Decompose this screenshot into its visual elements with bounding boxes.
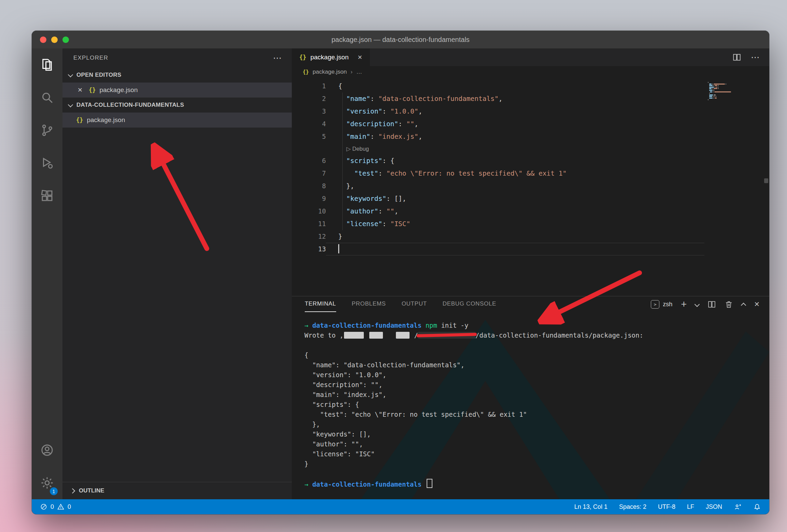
status-item-json[interactable]: JSON (706, 503, 722, 511)
warning-count: 0 (68, 503, 71, 511)
settings-badge: 1 (50, 487, 58, 495)
feedback-icon[interactable] (734, 503, 742, 511)
open-editor-item[interactable]: ✕ {} package.json (62, 83, 292, 98)
new-terminal-icon[interactable]: + (681, 301, 687, 308)
terminal-line: "license": "ISC" (304, 449, 769, 459)
files-icon (40, 58, 54, 72)
terminal[interactable]: → data-collection-fundamentals npm init … (292, 312, 769, 500)
json-icon: {} (299, 54, 306, 61)
panel-tab-output[interactable]: OUTPUT (402, 296, 427, 312)
folder-label: DATA-COLLECTION-FUNDAMENTALS (76, 102, 184, 108)
split-editor-icon[interactable] (732, 53, 741, 62)
status-item-lf[interactable]: LF (687, 503, 694, 511)
terminal-line: } (304, 459, 769, 469)
bell-icon[interactable] (753, 503, 761, 511)
terminal-line (304, 340, 769, 350)
split-terminal-icon[interactable] (707, 300, 716, 309)
chevron-right-icon (70, 488, 75, 493)
close-tab-icon[interactable]: ✕ (357, 54, 362, 61)
activity-bar: 1 (32, 48, 62, 499)
more-actions-icon[interactable]: ⋯ (273, 56, 282, 60)
breadcrumb[interactable]: {} package.json › … (292, 66, 769, 78)
terminal-cursor (427, 479, 432, 488)
tab-package-json[interactable]: {} package.json ✕ (292, 48, 370, 66)
traffic-lights (40, 36, 69, 43)
panel-tab-debug-console[interactable]: DEBUG CONSOLE (443, 296, 496, 312)
editor-cursor (338, 244, 339, 253)
codelens[interactable]: ▷ Debug (292, 143, 769, 154)
window-title: package.json — data-collection-fundament… (32, 36, 769, 44)
error-count: 0 (51, 503, 54, 511)
extensions-icon (40, 189, 54, 203)
activity-settings[interactable]: 1 (32, 467, 62, 499)
code-editor[interactable]: 1{2 "name": "data-collection-fundamental… (292, 78, 769, 296)
code-line: 6 "scripts": { (292, 154, 769, 167)
close-window-button[interactable] (40, 36, 46, 43)
minimap[interactable] (708, 82, 762, 102)
activity-run-debug[interactable] (32, 147, 62, 179)
code-line: 5 "main": "index.js", (292, 130, 769, 143)
tree-item-filename: package.json (87, 116, 125, 124)
vscode-window: package.json — data-collection-fundament… (32, 31, 769, 514)
open-editors-header[interactable]: OPEN EDITORS (62, 68, 292, 83)
panel-tab-terminal[interactable]: TERMINAL (305, 296, 336, 312)
terminal-line: "test": "echo \"Error: no test specified… (304, 410, 769, 419)
terminal-line (304, 469, 769, 479)
chevron-down-icon (68, 102, 73, 107)
panel-tabs: TERMINALPROBLEMSOUTPUTDEBUG CONSOLE (305, 296, 496, 312)
code-line: 12} (292, 230, 769, 243)
code-line: 4 "description": "", (292, 118, 769, 130)
tree-item-package-json[interactable]: {} package.json (62, 113, 292, 128)
outline-section-header[interactable]: OUTLINE (62, 482, 292, 499)
breadcrumb-symbol[interactable]: … (356, 69, 362, 75)
terminal-profile-selector[interactable]: > zsh (651, 300, 672, 309)
minimize-window-button[interactable] (51, 36, 58, 43)
terminal-line: "keywords": [], (304, 429, 769, 439)
terminal-line: "name": "data-collection-fundamentals", (304, 360, 769, 370)
panel-tab-problems[interactable]: PROBLEMS (352, 296, 386, 312)
maximize-panel-icon[interactable] (741, 302, 746, 308)
explorer-sidebar: EXPLORER ⋯ OPEN EDITORS ✕ {} package.jso… (62, 48, 292, 499)
activity-search[interactable] (32, 81, 62, 114)
terminal-line: "author": "", (304, 439, 769, 449)
editor-group: {} package.json ✕ ⋯ {} pac (292, 48, 769, 296)
activity-source-control[interactable] (32, 114, 62, 147)
code-lines: 1{2 "name": "data-collection-fundamental… (292, 80, 769, 255)
close-panel-icon[interactable]: ✕ (754, 300, 760, 308)
scrollbar-thumb[interactable] (764, 178, 768, 183)
source-control-icon (40, 123, 54, 137)
json-icon: {} (76, 117, 83, 123)
editor-more-actions-icon[interactable]: ⋯ (751, 56, 760, 59)
tab-bar: {} package.json ✕ ⋯ (292, 48, 769, 66)
terminal-icon: > (651, 300, 659, 309)
code-line: 13 (292, 243, 769, 255)
redaction-box (344, 332, 364, 339)
kill-terminal-icon[interactable] (725, 300, 733, 309)
activity-explorer[interactable] (32, 48, 62, 81)
run-debug-icon (40, 156, 54, 170)
close-icon[interactable]: ✕ (77, 86, 85, 94)
status-item-utf-8[interactable]: UTF-8 (658, 503, 675, 511)
terminal-lines: → data-collection-fundamentals npm init … (304, 321, 769, 489)
code-line: 3 "version": "1.0.0", (292, 105, 769, 118)
sidebar-title: EXPLORER (73, 55, 108, 61)
status-item-ln-13-col-1[interactable]: Ln 13, Col 1 (574, 503, 607, 511)
breadcrumb-file[interactable]: package.json (313, 69, 347, 75)
outline-label: OUTLINE (79, 487, 104, 494)
error-icon (40, 503, 47, 511)
activity-extensions[interactable] (32, 179, 62, 212)
launch-profile-chevron-icon[interactable] (695, 301, 700, 307)
breadcrumb-separator: › (350, 69, 353, 75)
search-icon (40, 90, 54, 105)
code-line: 9 "keywords": [], (292, 192, 769, 205)
redaction-box (369, 332, 383, 339)
shell-label: zsh (663, 301, 672, 308)
status-right-items: Ln 13, Col 1Spaces: 2UTF-8LFJSON (574, 503, 722, 511)
problems-indicator[interactable]: 0 0 (40, 503, 71, 511)
titlebar[interactable]: package.json — data-collection-fundament… (32, 31, 769, 48)
zoom-window-button[interactable] (62, 36, 69, 43)
status-item-spaces-2[interactable]: Spaces: 2 (619, 503, 646, 511)
panel-header: TERMINALPROBLEMSOUTPUTDEBUG CONSOLE > zs… (292, 296, 769, 312)
activity-accounts[interactable] (32, 434, 62, 467)
folder-section-header[interactable]: DATA-COLLECTION-FUNDAMENTALS (62, 98, 292, 113)
